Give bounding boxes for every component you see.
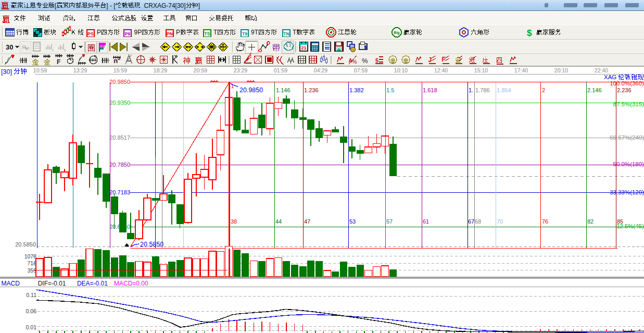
svg-text:2.236: 2.236 bbox=[617, 87, 632, 93]
svg-text:13:29: 13:29 bbox=[73, 67, 87, 73]
svg-text:MACD: MACD bbox=[2, 280, 20, 287]
svg-text:04:29: 04:29 bbox=[314, 67, 327, 73]
svg-text:P: P bbox=[97, 29, 101, 36]
svg-text:9P: 9P bbox=[134, 29, 142, 36]
svg-text:20:59: 20:59 bbox=[194, 67, 207, 73]
svg-text:PS: PS bbox=[87, 31, 94, 36]
svg-text:9T: 9T bbox=[251, 29, 259, 36]
svg-text:82: 82 bbox=[587, 218, 594, 225]
svg-text:1.618: 1.618 bbox=[423, 87, 437, 93]
svg-text:100.0%(360): 100.0%(360) bbox=[610, 80, 644, 87]
svg-text:20.5850: 20.5850 bbox=[140, 241, 163, 248]
svg-text:3: 3 bbox=[52, 48, 54, 52]
svg-text:] - [: ] - [ bbox=[106, 2, 116, 9]
svg-text:0.11: 0.11 bbox=[26, 292, 36, 298]
svg-text:38: 38 bbox=[231, 218, 237, 225]
svg-text:2: 2 bbox=[542, 87, 545, 93]
svg-text:P: P bbox=[176, 29, 180, 36]
svg-text:1.146: 1.146 bbox=[276, 87, 291, 93]
svg-text:5: 5 bbox=[375, 57, 378, 64]
svg-text:DIF=-0.01: DIF=-0.01 bbox=[38, 280, 66, 287]
svg-text:9: 9 bbox=[64, 48, 66, 52]
svg-text:MACD=0.00: MACD=0.00 bbox=[114, 280, 148, 287]
svg-text:67: 67 bbox=[468, 218, 474, 225]
svg-text:33.33%(120): 33.33%(120) bbox=[610, 189, 644, 195]
svg-text:1.786: 1.786 bbox=[475, 87, 490, 93]
svg-text:10:59: 10:59 bbox=[33, 67, 47, 73]
svg-text:%: % bbox=[362, 57, 368, 65]
svg-text:17:40: 17:40 bbox=[514, 67, 528, 73]
svg-text:20.7850: 20.7850 bbox=[109, 162, 130, 168]
svg-text:P9: P9 bbox=[125, 31, 131, 36]
svg-text:44: 44 bbox=[275, 218, 282, 225]
svg-text:07:59: 07:59 bbox=[354, 67, 368, 73]
svg-text:718: 718 bbox=[27, 260, 36, 266]
svg-text:20.8517: 20.8517 bbox=[109, 134, 130, 141]
svg-text:20.7183: 20.7183 bbox=[109, 189, 130, 195]
svg-text:20.9850: 20.9850 bbox=[239, 87, 263, 94]
svg-text:T: T bbox=[213, 29, 218, 36]
svg-text:0.06: 0.06 bbox=[26, 308, 37, 314]
svg-text:53: 53 bbox=[349, 218, 356, 225]
svg-text:18:29: 18:29 bbox=[154, 67, 167, 73]
svg-text:[30]: [30] bbox=[1, 68, 12, 76]
svg-text:1.5: 1.5 bbox=[386, 87, 394, 93]
svg-text:15:10: 15:10 bbox=[474, 67, 488, 73]
svg-text:TN: TN bbox=[283, 31, 289, 36]
svg-text:1.382: 1.382 bbox=[349, 87, 364, 93]
svg-text:T: T bbox=[293, 29, 297, 36]
svg-text:23:29: 23:29 bbox=[234, 67, 247, 73]
svg-text:50.0%(180): 50.0%(180) bbox=[613, 161, 644, 167]
svg-text:F: F bbox=[57, 58, 60, 66]
svg-text:F: F bbox=[442, 56, 446, 63]
svg-text:76: 76 bbox=[542, 218, 548, 225]
svg-text:87.5%(315): 87.5%(315) bbox=[613, 101, 644, 107]
svg-text:57: 57 bbox=[386, 218, 393, 225]
svg-text:2.146: 2.146 bbox=[587, 87, 602, 93]
svg-text:PN: PN bbox=[167, 31, 173, 36]
svg-text:01:59: 01:59 bbox=[274, 67, 287, 73]
svg-text:1.: 1. bbox=[469, 87, 473, 93]
svg-text:TS: TS bbox=[205, 31, 210, 36]
svg-text:1.854: 1.854 bbox=[497, 87, 511, 93]
svg-text:0.01: 0.01 bbox=[26, 324, 37, 330]
svg-text:15:59: 15:59 bbox=[113, 67, 127, 73]
svg-text:T9: T9 bbox=[242, 31, 247, 36]
svg-text:20.9350: 20.9350 bbox=[109, 100, 130, 106]
svg-text:12:40: 12:40 bbox=[434, 67, 448, 73]
svg-text:$: $ bbox=[527, 28, 532, 38]
svg-text:66.67%(240): 66.67%(240) bbox=[610, 134, 644, 141]
svg-text:XAG: XAG bbox=[604, 74, 616, 80]
svg-text:47: 47 bbox=[304, 218, 310, 225]
svg-text:20.5850: 20.5850 bbox=[15, 241, 36, 248]
svg-text:68: 68 bbox=[475, 218, 481, 225]
svg-text:1.236: 1.236 bbox=[304, 87, 319, 93]
svg-text:Big: Big bbox=[394, 31, 399, 35]
svg-text:30: 30 bbox=[6, 43, 13, 51]
svg-text:70: 70 bbox=[497, 218, 503, 225]
svg-text:22:40: 22:40 bbox=[595, 67, 608, 73]
svg-text:1078: 1078 bbox=[24, 253, 37, 260]
svg-text:61: 61 bbox=[423, 218, 429, 225]
svg-text:20:10: 20:10 bbox=[554, 67, 568, 73]
svg-text:DEA=-0.01: DEA=-0.01 bbox=[77, 280, 108, 287]
svg-text:21: 21 bbox=[301, 45, 307, 51]
svg-text:20.9850: 20.9850 bbox=[109, 79, 130, 85]
svg-text:J: J bbox=[428, 56, 432, 64]
svg-text:10:10: 10:10 bbox=[394, 67, 408, 73]
svg-text:]: ] bbox=[198, 2, 200, 9]
svg-text:CRXAG-74[30]: CRXAG-74[30] bbox=[144, 2, 186, 9]
svg-text:85: 85 bbox=[617, 218, 623, 225]
